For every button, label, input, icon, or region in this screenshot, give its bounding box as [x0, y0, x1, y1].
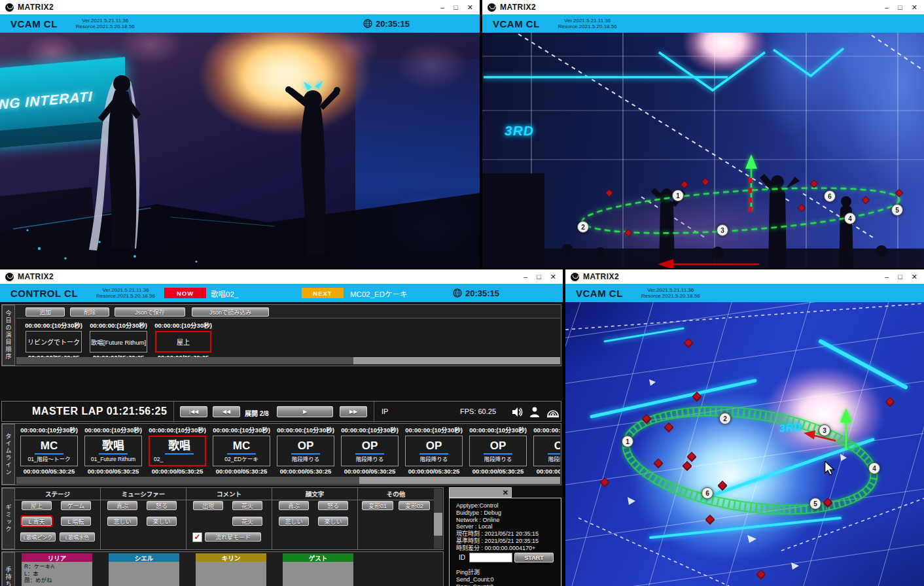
duration-top: 00:00:00:(10分30秒) [20, 425, 78, 434]
character-panel-kirin: キリン 変更 [196, 553, 266, 586]
timeline-card[interactable]: 00:00:00:(10分30秒) OP階段降りる 00:00:00/05:30… [405, 425, 463, 475]
load-json-button[interactable]: Jsonで読み込み [192, 307, 269, 317]
musifer-joy-button[interactable]: 喜ぶ [107, 501, 137, 510]
debug-line: 時刻差分 : 00:00:00.0004170+ [456, 545, 539, 552]
minimize-button[interactable]: – [885, 273, 889, 281]
musifer-angry-button[interactable]: 怒る [147, 501, 177, 510]
program-card[interactable]: 00:00:00:(10分30秒) リビングでトーク 00:00:00/05:3… [26, 320, 82, 361]
duration-bottom: 00:00:00/05:30:25 [408, 468, 460, 475]
waypoint-2: 2 [719, 413, 731, 424]
close-button[interactable]: ✕ [550, 273, 556, 281]
timeline-card[interactable]: 00:00:00:(10分30秒) MC01_階段〜トーク 00:00:00/0… [20, 425, 78, 475]
titlebar[interactable]: MATRIX2 – □ ✕ [0, 269, 563, 284]
page-indicator: 展開 2/8 [245, 408, 269, 418]
rewind-button[interactable]: ◀◀ [213, 406, 240, 417]
timeline-card-box[interactable]: OP階段降りる [469, 436, 527, 466]
debug-panel-tab[interactable]: ✕ [449, 487, 512, 498]
musifer-fun-button[interactable]: 楽しい [147, 517, 177, 526]
comment-fireworks2-button[interactable]: 花火 [232, 517, 262, 526]
character-name: リリア [22, 553, 92, 562]
app-icon [571, 273, 579, 281]
program-card-box-selected[interactable]: 屋上 [155, 331, 211, 353]
stage-song-pink-button[interactable]: L歌唱ピンク [20, 532, 56, 542]
stage-game-button[interactable]: ゲーム [61, 501, 91, 510]
stage-bluesky-button[interactable]: L 青天 [22, 517, 52, 526]
delete-button[interactable]: 削除 [70, 307, 109, 317]
fast-forward-button[interactable]: ▶▶ [340, 406, 367, 417]
timeline-card-box[interactable]: OP階段降りる [341, 436, 399, 466]
program-scrollbar[interactable] [16, 357, 560, 364]
id-input[interactable] [469, 553, 512, 562]
titlebar[interactable]: MATRIX2 – □ ✕ [482, 0, 924, 14]
window-title: MATRIX2 [18, 272, 54, 281]
timeline-card-box[interactable]: OP階段降りる [405, 436, 463, 466]
gimmick-scrollbar[interactable] [434, 489, 442, 549]
timeline-card[interactable]: 00:00:00:(10分30秒) OP階段降りる 00:00:00/05:30… [341, 425, 399, 475]
timeline-card[interactable]: 00:00:00:(10分30秒) OP階段降りる 00:00:00/05:30… [533, 425, 560, 475]
program-card-box[interactable]: リビングでトーク [26, 331, 82, 353]
app-role-label: VCAM CL [576, 288, 623, 299]
timeline-card-box[interactable]: MC02_EDケーキ [213, 436, 270, 466]
debug-line: Recv_Count:0 [456, 583, 494, 586]
maximize-button[interactable]: □ [453, 4, 458, 11]
stage-song-lightblue-button[interactable]: L歌唱水色 [60, 532, 95, 542]
timeline-card[interactable]: 00:00:00:(10分30秒) MC02_EDケーキ 00:00:00/05… [213, 425, 270, 475]
shooting-star-checkbox[interactable]: ✓ [192, 532, 202, 542]
save-json-button[interactable]: Jsonで保存 [115, 307, 185, 317]
transform01-button[interactable]: 変形01 [362, 501, 393, 510]
skip-start-button[interactable]: |◀◀ [180, 406, 207, 417]
timeline-card-box[interactable]: 歌唱01_Future Rithum [84, 436, 142, 466]
timeline-card-sub: 01_階段〜トーク [27, 457, 70, 462]
minimize-button[interactable]: – [524, 273, 527, 281]
maximize-button[interactable]: □ [537, 273, 541, 281]
waypoint-3: 3 [717, 224, 728, 236]
stage-blackout-button[interactable]: L 暗転 [61, 517, 91, 526]
emoticon-fun-button[interactable]: 楽しい [318, 517, 348, 526]
timeline-card-box[interactable]: OP階段降りる [533, 436, 560, 466]
close-button[interactable]: ✕ [467, 4, 473, 11]
titlebar[interactable]: MATRIX2 – □ ✕ [565, 269, 924, 284]
close-button[interactable]: ✕ [912, 273, 917, 281]
shooting-star-mode-button[interactable]: 流れ星モード [205, 532, 261, 542]
timeline-card[interactable]: 00:00:00:(10分30秒) 歌唱02_ 00:00:00/05:30:2… [149, 425, 206, 475]
siren-icon[interactable] [546, 406, 560, 418]
titlebar[interactable]: MATRIX2 – □ ✕ [0, 0, 480, 14]
timeline-card[interactable]: 00:00:00:(10分30秒) 歌唱01_Future Rithum 00:… [84, 425, 142, 475]
debug-close-button[interactable]: ✕ [503, 489, 508, 497]
timeline-scrollbar[interactable] [16, 477, 560, 484]
stage-rooftop-button[interactable]: 屋上 [22, 501, 52, 510]
timeline-card[interactable]: 00:00:00:(10分30秒) OP階段降りる 00:00:00/05:30… [277, 425, 334, 475]
program-card-box[interactable]: 歌唱[Future Rithum] [90, 331, 147, 353]
path-scene [482, 33, 924, 268]
add-button[interactable]: 追加 [26, 307, 65, 317]
play-button[interactable]: ▶ [277, 406, 333, 417]
maximize-button[interactable]: □ [898, 4, 902, 11]
version-label: Ver.2021.5.21.11.36 [82, 18, 128, 24]
timeline-card-title: OP [362, 440, 378, 451]
comment-fireworks-button[interactable]: 花火 [232, 501, 262, 510]
close-button[interactable]: ✕ [912, 4, 917, 11]
timeline-card-box[interactable]: MC01_階段〜トーク [20, 436, 78, 466]
topdown-viewport[interactable]: 3RD 1 2 3 4 5 6 [565, 302, 924, 586]
timeline-card-box-selected[interactable]: 歌唱02_ [149, 436, 206, 466]
timeline-card-sub: 階段降りる [356, 457, 384, 462]
program-card[interactable]: 00:00:00:(10分30秒) 屋上 00:00:00/05:30:25 [155, 320, 211, 361]
start-button[interactable]: START [514, 553, 554, 562]
speaker-icon[interactable] [511, 406, 523, 418]
comment-appear-button[interactable]: 出現 [193, 501, 223, 510]
person-icon[interactable] [529, 406, 540, 418]
emoticon-joy-button[interactable]: 喜ぶ [279, 501, 309, 510]
minimize-button[interactable]: – [885, 4, 889, 11]
emoticon-sad-button[interactable]: 悲しい [279, 517, 309, 526]
musifer-sad-button[interactable]: 悲しい [107, 517, 137, 526]
maximize-button[interactable]: □ [898, 273, 902, 281]
emoticon-angry-button[interactable]: 怒る [318, 501, 348, 510]
timeline-card[interactable]: 00:00:00:(10分30秒) OP階段降りる 00:00:00/05:30… [469, 425, 527, 475]
program-card[interactable]: 00:00:00:(10分30秒) 歌唱[Future Rithum] 00:0… [90, 320, 147, 361]
minimize-button[interactable]: – [440, 4, 444, 11]
path-viewport[interactable]: 3RD 1 2 3 4 5 6 [482, 33, 924, 268]
transform02-button[interactable]: 変形02 [399, 501, 430, 510]
timeline-card-box[interactable]: OP階段降りる [277, 436, 334, 466]
stage-camera-viewport[interactable]: NG INTERATI [0, 33, 480, 268]
gimmick-section: ギミック ステージ 屋上 ゲーム L 青天 L 暗転 L歌唱ピンク L歌唱水色 … [1, 487, 444, 550]
